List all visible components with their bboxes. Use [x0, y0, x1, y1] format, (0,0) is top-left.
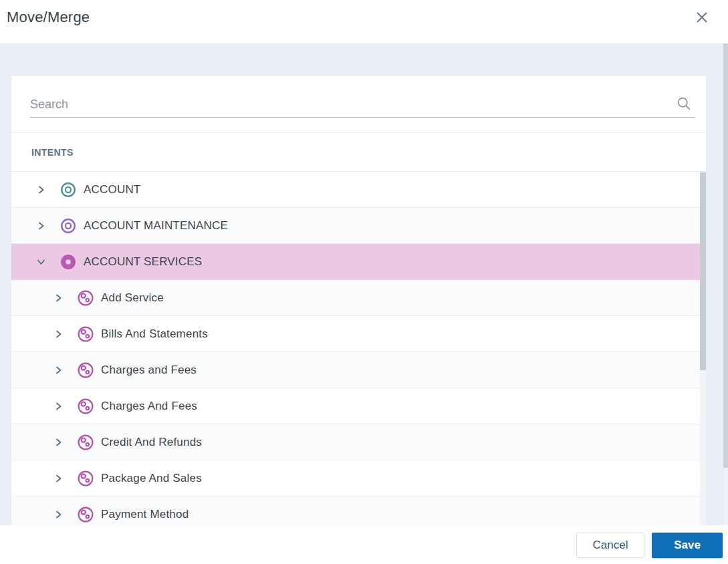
tree-item-label: Charges And Fees	[101, 400, 197, 413]
tree-item[interactable]: ACCOUNT MAINTENANCE	[11, 208, 706, 244]
chevron-down-icon[interactable]	[35, 257, 46, 267]
tree-item[interactable]: Charges And Fees	[11, 388, 706, 424]
sub-intent-icon	[77, 325, 94, 343]
tree-item-label: ACCOUNT MAINTENANCE	[84, 219, 228, 233]
tree-item-label: Charges and Fees	[101, 364, 197, 377]
intents-section-label: INTENTS	[11, 132, 706, 172]
tree-item[interactable]: Add Service	[11, 280, 706, 316]
intent-icon	[59, 181, 77, 198]
intent-icon	[59, 217, 77, 235]
sub-intent-icon	[77, 398, 94, 415]
tree-item-label: Payment Method	[101, 508, 189, 521]
chevron-right-icon[interactable]	[53, 509, 64, 520]
sub-intent-icon	[77, 506, 94, 523]
tree-item[interactable]: Credit And Refunds	[11, 424, 706, 460]
list-scrollbar-thumb[interactable]	[700, 172, 706, 370]
dialog-body: INTENTS ACCOUNT ACCOUNT MAINTENANCE ACCO…	[0, 43, 728, 525]
intent-tree: ACCOUNT ACCOUNT MAINTENANCE ACCOUNT SERV…	[11, 172, 706, 525]
list-scrollbar[interactable]	[700, 172, 706, 525]
page-scrollbar[interactable]	[723, 43, 728, 564]
cancel-button[interactable]: Cancel	[576, 533, 644, 558]
tree-item[interactable]: Payment Method	[11, 497, 706, 525]
tree-item[interactable]: Bills And Statements	[11, 316, 706, 352]
chevron-right-icon[interactable]	[53, 401, 64, 412]
chevron-right-icon[interactable]	[53, 293, 64, 303]
search-field	[30, 92, 695, 118]
chevron-right-icon[interactable]	[53, 365, 64, 376]
sub-intent-icon	[77, 362, 94, 379]
chevron-right-icon[interactable]	[53, 437, 64, 448]
tree-item[interactable]: ACCOUNT	[11, 172, 706, 208]
chevron-right-icon[interactable]	[53, 329, 64, 339]
tree-item-label: Package And Sales	[101, 472, 202, 485]
tree-item[interactable]: ACCOUNT SERVICES	[11, 244, 706, 280]
search-block	[11, 76, 706, 132]
chevron-right-icon[interactable]	[35, 221, 46, 231]
close-button[interactable]	[694, 10, 710, 26]
save-button[interactable]: Save	[652, 533, 723, 558]
tree-item-label: ACCOUNT SERVICES	[84, 255, 202, 269]
sub-intent-icon	[77, 289, 94, 307]
close-icon	[695, 11, 709, 26]
tree-item[interactable]: Charges and Fees	[11, 352, 706, 388]
tree-item-label: ACCOUNT	[84, 183, 140, 196]
tree-item[interactable]: Package And Sales	[11, 460, 706, 497]
search-icon[interactable]	[677, 96, 691, 114]
dialog-footer: Cancel Save	[0, 525, 728, 564]
intent-icon	[59, 253, 77, 271]
tree-item-label: Add Service	[101, 291, 164, 305]
page-scrollbar-thumb[interactable]	[723, 43, 728, 468]
dialog-title: Move/Merge	[7, 9, 90, 26]
dialog-header: Move/Merge	[0, 0, 728, 43]
sub-intent-icon	[77, 434, 94, 451]
chevron-right-icon[interactable]	[35, 184, 46, 195]
tree-item-label: Bills And Statements	[101, 327, 208, 341]
intent-picker-panel: INTENTS ACCOUNT ACCOUNT MAINTENANCE ACCO…	[11, 76, 707, 525]
tree-item-label: Credit And Refunds	[101, 436, 202, 449]
sub-intent-icon	[77, 470, 94, 487]
move-merge-dialog: Move/Merge	[0, 0, 728, 564]
chevron-right-icon[interactable]	[53, 473, 64, 484]
search-input[interactable]	[30, 98, 677, 112]
